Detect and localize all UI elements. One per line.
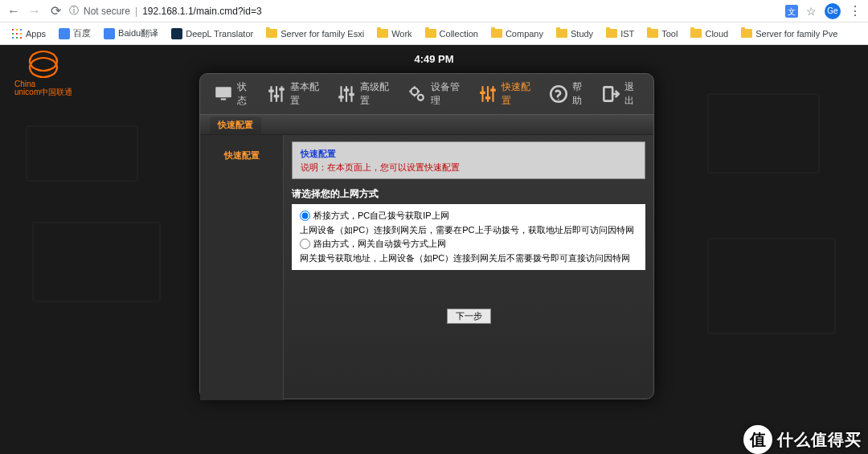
reload-button[interactable]: ⟳ bbox=[48, 3, 63, 18]
bookmark-star-icon[interactable]: ☆ bbox=[806, 5, 817, 18]
translate-extension-icon[interactable]: 文 bbox=[785, 5, 798, 18]
option-bridge-label: 桥接方式，PC自己拨号获取IP上网 bbox=[313, 209, 449, 223]
svg-rect-27 bbox=[490, 89, 496, 92]
svg-point-16 bbox=[411, 88, 419, 95]
info-icon: ⓘ bbox=[69, 4, 79, 18]
unicom-logo-icon bbox=[25, 50, 62, 79]
question-icon bbox=[548, 84, 569, 104]
sidebar: 快速配置 bbox=[200, 135, 284, 400]
url-text: 192.168.1.1/main.cmd?id=3 bbox=[142, 6, 261, 17]
svg-rect-26 bbox=[485, 96, 491, 99]
folder-icon bbox=[741, 29, 752, 38]
profile-avatar[interactable]: Ge bbox=[825, 3, 841, 19]
svg-rect-13 bbox=[339, 96, 345, 98]
favicon-icon bbox=[171, 28, 182, 39]
folder-icon bbox=[647, 29, 658, 38]
folder-icon bbox=[266, 29, 277, 38]
folder-icon bbox=[425, 29, 436, 38]
bookmark-folder-collection[interactable]: Collection bbox=[420, 27, 483, 40]
svg-rect-4 bbox=[270, 86, 272, 102]
bookmarks-bar: Apps 百度 Baidu翻译 DeepL Translator Server … bbox=[0, 22, 868, 45]
bookmark-folder-work[interactable]: Work bbox=[372, 27, 416, 40]
tab-device-management[interactable]: 设备管理 bbox=[403, 79, 468, 109]
bookmark-folder-tool[interactable]: Tool bbox=[642, 27, 682, 40]
svg-rect-25 bbox=[480, 92, 485, 94]
folder-icon bbox=[556, 29, 567, 38]
apps-grid-icon bbox=[11, 28, 23, 39]
watermark-badge-icon: 值 bbox=[743, 425, 772, 454]
bookmark-baidu[interactable]: 百度 bbox=[54, 26, 96, 41]
favicon-icon bbox=[59, 28, 70, 39]
security-status: Not secure bbox=[84, 6, 130, 17]
svg-rect-30 bbox=[604, 87, 613, 100]
monitor-icon bbox=[213, 84, 234, 104]
bookmark-folder-study[interactable]: Study bbox=[551, 27, 598, 40]
sidebar-item-quick-config[interactable]: 快速配置 bbox=[200, 146, 283, 165]
sliders-icon bbox=[266, 84, 287, 104]
bookmark-deepl[interactable]: DeepL Translator bbox=[166, 27, 258, 41]
bookmark-folder-esxi[interactable]: Server for family Esxi bbox=[261, 27, 369, 40]
breadcrumb-item: 快速配置 bbox=[210, 117, 261, 133]
tab-advanced-config[interactable]: 高级配置 bbox=[333, 79, 397, 109]
info-box: 快速配置 说明：在本页面上，您可以设置快速配置 bbox=[292, 141, 645, 179]
main-content: 快速配置 说明：在本页面上，您可以设置快速配置 请选择您的上网方式 桥接方式，P… bbox=[284, 135, 653, 400]
option-route-description: 网关拨号获取地址，上网设备（如PC）连接到网关后不需要拨号即可直接访问因特网 bbox=[300, 252, 637, 266]
option-route-label: 路由方式，网关自动拨号方式上网 bbox=[313, 237, 446, 252]
back-button[interactable]: ← bbox=[6, 4, 21, 18]
forward-button[interactable]: → bbox=[27, 4, 42, 18]
sliders-icon bbox=[336, 84, 357, 104]
chrome-menu-icon[interactable]: ⋮ bbox=[849, 3, 862, 18]
tab-status[interactable]: 状态 bbox=[210, 79, 256, 109]
option-bridge-description: 上网设备（如PC）连接到网关后，需要在PC上手动拨号，获取地址后即可访问因特网 bbox=[300, 223, 637, 238]
svg-text:文: 文 bbox=[788, 7, 796, 16]
svg-rect-14 bbox=[344, 89, 350, 92]
bookmark-folder-pve[interactable]: Server for family Pve bbox=[736, 27, 842, 40]
info-title: 快速配置 bbox=[301, 147, 637, 161]
svg-rect-10 bbox=[341, 86, 342, 102]
tab-help[interactable]: 帮助 bbox=[545, 79, 592, 109]
tab-logout[interactable]: 退出 bbox=[597, 79, 644, 109]
main-panel: 状态 基本配置 高级配置 设备管理 快速配置 帮助 bbox=[199, 73, 654, 399]
svg-rect-8 bbox=[273, 95, 279, 97]
bookmark-folder-company[interactable]: Company bbox=[486, 27, 548, 40]
tab-quick-config[interactable]: 快速配置 bbox=[474, 79, 538, 109]
tab-bar: 状态 基本配置 高级配置 设备管理 快速配置 帮助 bbox=[200, 74, 653, 114]
svg-rect-2 bbox=[215, 87, 231, 97]
svg-point-29 bbox=[558, 99, 559, 100]
logout-icon bbox=[600, 84, 621, 104]
bookmark-baidu-translate[interactable]: Baidu翻译 bbox=[99, 26, 163, 41]
address-bar[interactable]: ⓘ Not secure | 192.168.1.1/main.cmd?id=3 bbox=[69, 4, 779, 18]
folder-icon bbox=[690, 29, 702, 38]
apps-button[interactable]: Apps bbox=[6, 27, 51, 41]
svg-rect-3 bbox=[221, 98, 227, 100]
svg-rect-23 bbox=[487, 86, 489, 102]
info-description: 说明：在本页面上，您可以设置快速配置 bbox=[301, 161, 637, 174]
bookmark-folder-cloud[interactable]: Cloud bbox=[686, 27, 733, 40]
connection-options: 桥接方式，PC自己拨号获取IP上网 上网设备（如PC）连接到网关后，需要在PC上… bbox=[292, 204, 645, 270]
clock-display: 4:49 PM bbox=[414, 53, 453, 65]
favicon-icon bbox=[104, 28, 115, 39]
watermark-text: 什么值得买 bbox=[777, 429, 862, 451]
tab-basic-config[interactable]: 基本配置 bbox=[263, 79, 327, 109]
breadcrumb-bar: 快速配置 bbox=[200, 114, 653, 135]
svg-rect-24 bbox=[492, 86, 493, 102]
next-button[interactable]: 下一步 bbox=[447, 309, 491, 324]
svg-rect-11 bbox=[346, 86, 347, 102]
browser-nav-bar: ← → ⟳ ⓘ Not secure | 192.168.1.1/main.cm… bbox=[0, 0, 868, 22]
folder-icon bbox=[606, 29, 617, 38]
watermark: 值 什么值得买 bbox=[743, 425, 862, 454]
gears-icon bbox=[407, 84, 428, 104]
radio-route-mode[interactable] bbox=[300, 239, 310, 249]
svg-point-17 bbox=[418, 95, 424, 100]
sliders-icon bbox=[477, 84, 498, 104]
brand-logo: China unicom中国联通 bbox=[14, 50, 72, 96]
svg-rect-5 bbox=[276, 86, 277, 102]
svg-rect-9 bbox=[279, 88, 285, 90]
folder-icon bbox=[491, 29, 502, 38]
page-content: China unicom中国联通 4:49 PM 状态 基本配置 高级配置 设备… bbox=[0, 45, 868, 454]
folder-icon bbox=[377, 29, 388, 38]
radio-bridge-mode[interactable] bbox=[300, 211, 310, 221]
section-title: 请选择您的上网方式 bbox=[292, 187, 645, 201]
bookmark-folder-ist[interactable]: IST bbox=[601, 27, 639, 40]
svg-rect-7 bbox=[268, 90, 274, 92]
